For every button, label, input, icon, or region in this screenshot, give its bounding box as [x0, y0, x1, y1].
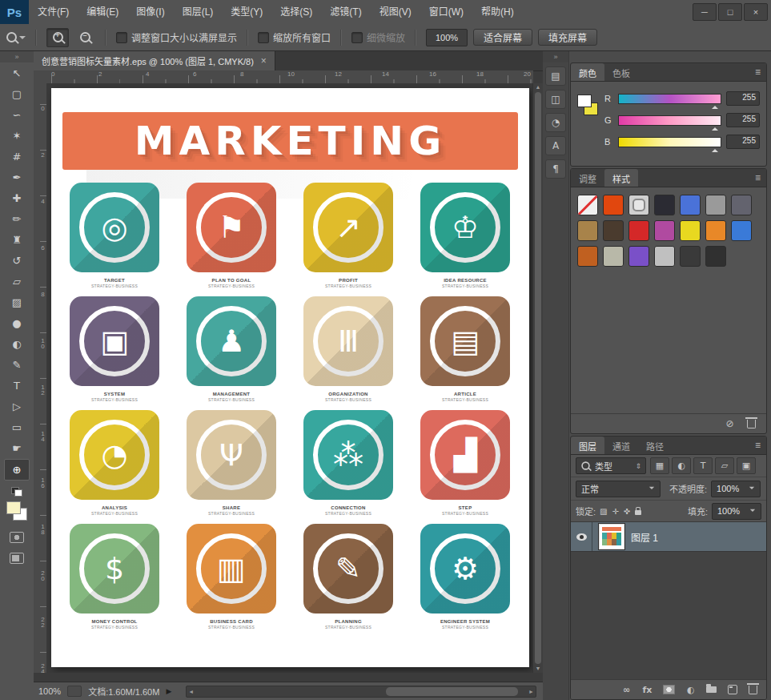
photoshop-logo[interactable]: Ps	[0, 0, 29, 24]
quick-mask-button[interactable]	[10, 532, 24, 543]
tab-close-icon[interactable]: ×	[261, 55, 267, 66]
lock-pixels-icon[interactable]: ✛	[612, 507, 619, 516]
filter-adjustment-layers-icon[interactable]: ◐	[672, 457, 691, 474]
filter-pixel-layers-icon[interactable]: ▦	[650, 457, 669, 474]
panel-tab[interactable]: 通道	[604, 436, 638, 454]
adjustment-layer-icon[interactable]: ◐	[685, 685, 696, 695]
panel-tab[interactable]: 图层	[571, 436, 604, 454]
zoom-in-button[interactable]: +	[46, 28, 69, 47]
pen-tool[interactable]: ✎	[5, 355, 29, 375]
menu-item[interactable]: 文件(F)	[29, 0, 78, 24]
style-swatch[interactable]	[603, 246, 624, 267]
magic-wand-tool[interactable]: ✶	[5, 126, 29, 146]
foreground-color-swatch[interactable]	[577, 95, 592, 107]
scroll-down-icon[interactable]: ▼	[533, 665, 543, 673]
healing-brush-tool[interactable]: ✚	[5, 188, 29, 208]
blur-tool[interactable]: ●	[5, 313, 29, 333]
paragraph-panel-toggle[interactable]: ¶	[545, 159, 566, 179]
clone-stamp-tool[interactable]: ♜	[5, 230, 29, 250]
horizontal-scroll-thumb[interactable]	[386, 687, 519, 696]
opacity-dropdown[interactable]: 100%	[711, 481, 761, 497]
panel-menu-icon[interactable]: ≡	[749, 169, 766, 187]
delete-layer-icon[interactable]	[748, 686, 758, 694]
menu-item[interactable]: 类型(Y)	[222, 0, 271, 24]
lock-position-icon[interactable]: ✜	[624, 507, 630, 516]
close-button[interactable]: ×	[744, 3, 768, 21]
color-slider-track[interactable]	[618, 137, 721, 147]
menu-item[interactable]: 选择(S)	[271, 0, 321, 24]
delete-style-icon[interactable]	[746, 420, 757, 428]
lasso-tool[interactable]: ∽	[5, 105, 29, 125]
clear-style-icon[interactable]: ⊘	[725, 418, 735, 429]
channel-value-field[interactable]: 255	[726, 91, 760, 106]
layer-name[interactable]: 图层 1	[631, 530, 658, 544]
style-swatch[interactable]	[731, 220, 752, 241]
style-swatch[interactable]	[654, 220, 675, 241]
status-flyout-arrow[interactable]: ▶	[166, 687, 171, 695]
slider-handle-icon[interactable]	[712, 124, 718, 131]
chevron-down-icon[interactable]	[19, 36, 26, 42]
link-layers-icon[interactable]: ∞	[621, 685, 632, 695]
layer-filter-kind-dropdown[interactable]: 类型 ⇕	[576, 457, 646, 474]
style-swatch[interactable]	[680, 220, 701, 241]
minimize-button[interactable]: ─	[693, 3, 717, 21]
move-tool[interactable]: ↖	[5, 63, 29, 83]
style-swatch[interactable]	[680, 195, 701, 215]
channel-value-field[interactable]: 255	[726, 113, 760, 127]
menu-item[interactable]: 编辑(E)	[78, 0, 127, 24]
menu-item[interactable]: 窗口(W)	[420, 0, 472, 24]
blend-mode-dropdown[interactable]: 正常	[576, 481, 661, 497]
crop-tool[interactable]: #	[5, 147, 29, 167]
scroll-left-icon[interactable]: ◄	[187, 689, 195, 694]
checkbox-icon[interactable]	[116, 32, 127, 43]
zoom-level-field[interactable]	[426, 29, 468, 46]
fill-dropdown[interactable]: 100%	[712, 503, 761, 520]
layer-visibility-toggle[interactable]	[571, 522, 592, 551]
panel-tab[interactable]: 路径	[638, 436, 672, 454]
info-panel-toggle[interactable]: ▤	[545, 66, 566, 86]
panel-tab[interactable]: 调整	[571, 169, 604, 187]
menu-item[interactable]: 图像(I)	[127, 0, 173, 24]
filter-smart-object-icon[interactable]: ▣	[737, 457, 756, 474]
slider-handle-icon[interactable]	[712, 103, 718, 109]
zoom-all-windows-checkbox[interactable]: 缩放所有窗口	[258, 30, 331, 44]
histogram-panel-toggle[interactable]: ◫	[545, 90, 566, 109]
style-swatch[interactable]	[705, 220, 726, 241]
hand-tool[interactable]: ☛	[5, 438, 29, 458]
style-swatch[interactable]	[628, 220, 649, 241]
style-swatch[interactable]	[628, 246, 649, 267]
style-swatch[interactable]	[731, 195, 752, 215]
eyedropper-tool[interactable]: ✒	[5, 167, 29, 187]
panel-tab[interactable]: 颜色	[571, 63, 604, 81]
brush-tool[interactable]: ✏	[5, 209, 29, 229]
menu-item[interactable]: 图层(L)	[174, 0, 223, 24]
foreground-color-swatch[interactable]	[6, 501, 21, 514]
zoom-tool[interactable]: ⊕	[4, 459, 30, 481]
panel-menu-icon[interactable]: ≡	[749, 63, 766, 81]
style-swatch[interactable]	[577, 195, 598, 215]
panel-menu-icon[interactable]: ≡	[749, 436, 766, 454]
panel-tab[interactable]: 样式	[604, 169, 638, 187]
style-swatch[interactable]	[577, 220, 598, 241]
panel-tab[interactable]: 色板	[604, 63, 638, 81]
scroll-right-icon[interactable]: ►	[527, 689, 536, 694]
style-swatch[interactable]	[705, 246, 726, 267]
type-tool[interactable]: T	[5, 376, 29, 396]
menu-item[interactable]: 帮助(H)	[472, 0, 523, 24]
color-slider-track[interactable]	[618, 94, 721, 104]
channel-value-field[interactable]: 255	[726, 135, 760, 149]
history-brush-tool[interactable]: ↺	[5, 251, 29, 271]
style-swatch[interactable]	[705, 195, 726, 215]
layer-style-icon[interactable]: fx	[642, 685, 653, 695]
zoom-out-button[interactable]: –	[74, 29, 95, 46]
new-layer-icon[interactable]	[727, 685, 737, 694]
document-tab[interactable]: 创意营销图标矢量素材.eps @ 100% (图层 1, CMYK/8) ×	[34, 51, 275, 70]
scroll-up-icon[interactable]: ▲	[533, 83, 543, 91]
style-swatch[interactable]	[654, 246, 675, 267]
new-group-icon[interactable]	[706, 686, 717, 693]
vertical-scroll-thumb[interactable]	[535, 92, 541, 664]
style-swatch[interactable]	[654, 195, 675, 215]
slider-handle-icon[interactable]	[712, 146, 718, 152]
fit-screen-button[interactable]: 适合屏幕	[473, 29, 532, 46]
filter-type-layers-icon[interactable]: T	[693, 457, 713, 474]
